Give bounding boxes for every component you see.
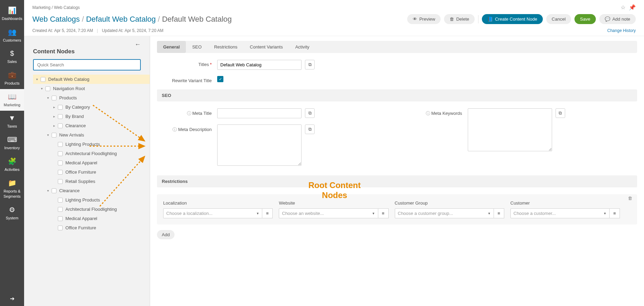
tree-node[interactable]: Medical Apparel	[33, 214, 150, 223]
sidebar-item-taxes[interactable]: ▼Taxes	[0, 111, 24, 132]
tree-checkbox[interactable]	[52, 188, 56, 193]
website-list-button[interactable]: ≡	[378, 208, 389, 218]
tree-node[interactable]: Architectural Floodlighting	[33, 205, 150, 214]
create-node-button[interactable]: 📘Create Content Node	[482, 14, 543, 24]
tree-checkbox[interactable]	[41, 77, 45, 82]
tree-node[interactable]: Architectural Floodlighting	[33, 149, 150, 158]
meta-keywords-localize-button[interactable]: ⧉	[556, 108, 565, 118]
book-icon: 📘	[487, 17, 493, 22]
add-note-button[interactable]: 💬Add note	[599, 14, 636, 24]
meta-desc-localize-button[interactable]: ⧉	[305, 124, 315, 134]
tree-checkbox[interactable]	[58, 123, 63, 128]
tab-general[interactable]: General	[157, 41, 186, 53]
tree-node[interactable]: ▾Default Web Catalog	[33, 75, 150, 84]
tree-node[interactable]: Medical Apparel	[33, 158, 150, 167]
tree-node[interactable]: ▸By Brand	[33, 112, 150, 121]
tree-node[interactable]: Lighting Products	[33, 140, 150, 149]
sidebar-item-system[interactable]: ⚙System	[0, 202, 24, 224]
tree-checkbox[interactable]	[58, 179, 63, 184]
tree-checkbox[interactable]	[58, 207, 63, 212]
chevron-right-icon[interactable]: ▸	[52, 105, 56, 109]
chevron-right-icon[interactable]: ▸	[52, 124, 56, 128]
tree-checkbox[interactable]	[52, 133, 56, 138]
customer-select[interactable]: Choose a customer...▼	[510, 208, 610, 218]
tree-node[interactable]: Office Furniture	[33, 167, 150, 177]
tree-node[interactable]: Retail Supplies	[33, 177, 150, 186]
chevron-down-icon[interactable]: ▾	[45, 96, 50, 100]
chevron-right-icon[interactable]: ▸	[52, 114, 56, 118]
sidebar-item-inventory[interactable]: ⌨Inventory	[0, 132, 24, 154]
tree-checkbox[interactable]	[58, 114, 63, 119]
tab-content-variants[interactable]: Content Variants	[244, 41, 289, 53]
rewrite-checkbox[interactable]: ✓	[217, 76, 223, 82]
preview-button[interactable]: 👁Preview	[407, 14, 441, 24]
chevron-down-icon[interactable]: ▾	[45, 133, 50, 137]
chevron-down-icon: ▼	[488, 212, 491, 215]
tree-node[interactable]: ▾Products	[33, 93, 150, 102]
website-select[interactable]: Choose an website...▼	[279, 208, 378, 218]
sidebar-item-reports[interactable]: 📁Reports & Segments	[0, 175, 24, 202]
sidebar-item-activities[interactable]: 🧩Activities	[0, 154, 24, 175]
tree-node-label: New Arrivals	[59, 132, 84, 138]
breadcrumb[interactable]: Marketing / Web Catalogs	[32, 5, 80, 10]
tree-checkbox[interactable]	[58, 198, 63, 203]
customer-group-list-button[interactable]: ≡	[494, 208, 504, 218]
tab-activity[interactable]: Activity	[289, 41, 316, 53]
tree-checkbox[interactable]	[58, 142, 63, 147]
title-link-1[interactable]: Web Catalogs	[32, 15, 80, 23]
tree-node[interactable]: ▾Clearance	[33, 186, 150, 195]
meta-title-input[interactable]	[217, 108, 302, 118]
tree-search-input[interactable]	[33, 59, 141, 70]
tree-checkbox[interactable]	[58, 216, 63, 221]
chevron-down-icon[interactable]: ▾	[39, 87, 44, 90]
tree-checkbox[interactable]	[58, 105, 63, 110]
tree-checkbox[interactable]	[52, 96, 56, 100]
sidebar-item-dashboards[interactable]: 📊Dashboards	[0, 3, 24, 24]
website-label: Website	[279, 200, 388, 206]
localization-select[interactable]: Choose a localization...▼	[163, 208, 262, 218]
change-history-link[interactable]: Change History	[607, 28, 636, 33]
tab-restrictions[interactable]: Restrictions	[208, 41, 244, 53]
sidebar-item-label: Marketing	[4, 103, 20, 107]
tree-node[interactable]: ▾New Arrivals	[33, 130, 150, 140]
chevron-down-icon[interactable]: ▾	[45, 189, 50, 193]
meta-keywords-label: ⓘMeta Keywords	[408, 108, 468, 117]
localization-list-button[interactable]: ≡	[262, 208, 273, 218]
save-button[interactable]: Save	[574, 14, 596, 24]
sidebar-item-marketing[interactable]: 📖Marketing	[0, 89, 24, 111]
delete-restriction-icon[interactable]: 🗑	[628, 196, 632, 201]
cancel-button[interactable]: Cancel	[546, 14, 571, 24]
tree-checkbox[interactable]	[58, 170, 63, 175]
chevron-down-icon[interactable]: ▾	[34, 77, 39, 81]
meta-keywords-textarea[interactable]	[468, 108, 552, 151]
tree-node-label: Medical Apparel	[65, 216, 97, 221]
tree-checkbox[interactable]	[58, 151, 63, 156]
tree-node[interactable]: Lighting Products	[33, 195, 150, 205]
tree-node[interactable]: Office Furniture	[33, 223, 150, 232]
customer-group-select[interactable]: Choose a customer group...▼	[395, 208, 494, 218]
sidebar-item-sales[interactable]: $Sales	[0, 46, 24, 67]
tab-seo[interactable]: SEO	[186, 41, 208, 53]
tree-checkbox[interactable]	[58, 161, 63, 165]
titles-input[interactable]	[217, 60, 302, 70]
marketing-icon: 📖	[0, 92, 24, 101]
delete-button[interactable]: 🗑Delete	[444, 14, 475, 24]
tree-node[interactable]: ▾Navigation Root	[33, 84, 150, 93]
pin-icon[interactable]: 📌	[629, 4, 636, 11]
titles-localize-button[interactable]: ⧉	[305, 60, 315, 69]
title-link-2[interactable]: Default Web Catalog	[86, 15, 156, 23]
meta-title-localize-button[interactable]: ⧉	[305, 108, 315, 118]
star-icon[interactable]: ☆	[621, 4, 625, 11]
page-title: Web Catalogs/Default Web Catalog/Default…	[32, 15, 232, 24]
sidebar-item-products[interactable]: 💼Products	[0, 67, 24, 89]
tree-checkbox[interactable]	[58, 226, 63, 230]
sidebar-item-customers[interactable]: 👥Customers	[0, 24, 24, 46]
sidebar-expand[interactable]: ➔	[0, 291, 24, 306]
tree-node[interactable]: ▸Clearance	[33, 121, 150, 130]
customer-list-button[interactable]: ≡	[610, 208, 620, 218]
back-arrow-icon[interactable]: ←	[135, 41, 141, 48]
tree-node[interactable]: ▸By Category	[33, 102, 150, 112]
add-restriction-button[interactable]: Add	[157, 230, 175, 239]
meta-desc-textarea[interactable]	[217, 124, 302, 166]
tree-checkbox[interactable]	[45, 86, 50, 91]
